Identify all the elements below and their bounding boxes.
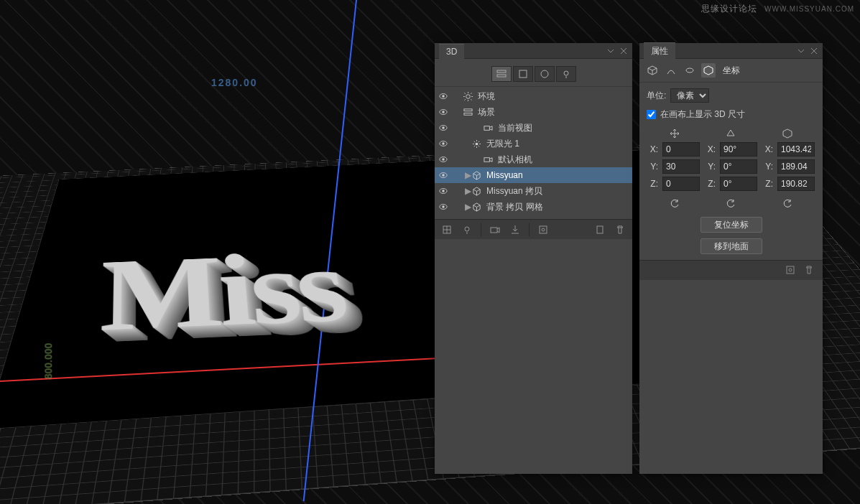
svg-point-3 (541, 70, 548, 78)
pos-x-label: X: (647, 144, 658, 154)
footer-trash-icon[interactable] (804, 265, 815, 276)
svg-point-4 (564, 71, 568, 75)
axis-y-label: 800.000 (42, 343, 54, 380)
scale-z-input[interactable] (777, 177, 815, 191)
pos-y-label: Y: (647, 162, 658, 172)
collapse-icon[interactable] (606, 47, 615, 55)
tree-row-label: 场景 (476, 106, 629, 118)
tab-deform-icon[interactable] (664, 63, 678, 78)
panel-3d: 3D 环境场景当前视图无限光 1默认相机▶Missyuan▶Missyuan 拷… (435, 43, 632, 474)
rotate-icon (723, 128, 738, 139)
watermark: 思缘设计论坛 WWW.MISSYUAN.COM (701, 3, 854, 15)
tree-row-3[interactable]: 无限光 1 (435, 136, 632, 151)
tab-coords-icon[interactable] (701, 63, 716, 78)
visibility-eye-icon[interactable] (438, 202, 449, 211)
pos-x-input[interactable] (662, 142, 700, 157)
panel-3d-title: 3D (439, 44, 464, 59)
close-icon[interactable] (810, 47, 818, 55)
expand-arrow-icon[interactable]: ▶ (452, 170, 468, 180)
panel-properties: 属性 坐标 单位: 像素 在画布上显示 3D 尺寸 X: X: X: (639, 43, 823, 474)
svg-point-22 (442, 174, 444, 176)
tree-row-label: 无限光 1 (485, 138, 629, 150)
rot-y-input[interactable] (720, 159, 757, 174)
reset-coords-button[interactable]: 复位坐标 (701, 217, 762, 233)
svg-point-19 (442, 158, 444, 160)
scale-x-input[interactable] (777, 142, 815, 157)
tree-row-0[interactable]: 环境 (435, 88, 632, 104)
expand-arrow-icon[interactable]: ▶ (452, 186, 468, 196)
panel-3d-titlebar[interactable]: 3D (435, 43, 632, 59)
panel-3d-footer (435, 219, 632, 239)
pos-z-input[interactable] (662, 177, 700, 191)
text3d-object[interactable]: Miss (98, 229, 351, 356)
footer-render-icon[interactable] (537, 223, 550, 236)
panel-properties-footer (639, 260, 823, 280)
properties-tabs: 坐标 (639, 59, 823, 83)
visibility-eye-icon[interactable] (438, 92, 449, 101)
tree-row-5[interactable]: ▶Missyuan (435, 167, 632, 183)
tree-row-4[interactable]: 默认相机 (435, 151, 632, 167)
reset-rot-icon[interactable] (722, 197, 739, 211)
svg-rect-32 (597, 226, 603, 233)
expand-arrow-icon[interactable]: ▶ (452, 202, 468, 212)
move-to-ground-button[interactable]: 移到地面 (701, 238, 762, 254)
footer-new-icon[interactable] (593, 223, 606, 236)
tree-row-6[interactable]: ▶Missyuan 拷贝 (435, 183, 632, 199)
tab-cap-icon[interactable] (683, 63, 697, 78)
visibility-eye-icon[interactable] (438, 171, 449, 179)
svg-rect-0 (497, 70, 506, 73)
visibility-eye-icon[interactable] (438, 187, 449, 195)
tree-row-label: 背景 拷贝 网格 (485, 201, 629, 213)
svg-point-26 (442, 205, 444, 207)
collapse-icon[interactable] (797, 47, 805, 55)
visibility-eye-icon[interactable] (438, 139, 449, 148)
footer-ground-icon[interactable] (509, 223, 522, 236)
footer-trash-icon[interactable] (614, 223, 626, 236)
visibility-eye-icon[interactable] (438, 155, 449, 164)
tree-row-label: Missyuan 拷贝 (485, 185, 629, 197)
watermark-sub: WWW.MISSYUAN.COM (764, 5, 854, 13)
svg-rect-10 (463, 108, 471, 111)
move-icon (667, 128, 682, 139)
panel-properties-titlebar[interactable]: 属性 (639, 43, 823, 59)
scale-z-label: Z: (762, 179, 773, 189)
rot-z-input[interactable] (720, 177, 757, 191)
svg-rect-14 (484, 126, 489, 130)
filter-material-icon[interactable] (535, 66, 555, 82)
footer-camera-icon[interactable] (489, 223, 501, 236)
close-icon[interactable] (619, 47, 628, 55)
show3d-checkbox[interactable] (647, 110, 656, 119)
svg-point-6 (442, 95, 444, 97)
tree-row-7[interactable]: ▶背景 拷贝 网格 (435, 199, 632, 215)
tree-row-2[interactable]: 当前视图 (435, 120, 632, 136)
filter-scene-icon[interactable] (491, 66, 512, 82)
tab-mesh-icon[interactable] (645, 63, 660, 78)
filter-light-icon[interactable] (556, 66, 576, 82)
footer-mesh-icon[interactable] (440, 223, 453, 236)
svg-rect-1 (497, 75, 506, 77)
svg-point-24 (442, 190, 444, 192)
footer-light-icon[interactable] (461, 223, 473, 236)
footer-render-icon[interactable] (785, 265, 797, 276)
svg-point-7 (466, 94, 470, 98)
scale-x-label: X: (762, 144, 773, 154)
coord-grid: X: X: X: Y: Y: Y: Z: Z: Z: (647, 142, 815, 191)
svg-rect-30 (540, 226, 547, 233)
rot-x-input[interactable] (720, 142, 757, 157)
pos-y-input[interactable] (662, 159, 700, 174)
svg-rect-34 (787, 266, 794, 274)
visibility-eye-icon[interactable] (438, 108, 449, 116)
svg-rect-11 (463, 113, 471, 115)
filter-mesh-icon[interactable] (513, 66, 533, 82)
svg-rect-2 (519, 70, 527, 78)
reset-pos-icon[interactable] (666, 197, 683, 211)
filter-row (435, 62, 632, 87)
reset-scale-icon[interactable] (779, 197, 796, 211)
tree-row-1[interactable]: 场景 (435, 104, 632, 120)
scale-y-input[interactable] (777, 159, 815, 174)
unit-select[interactable]: 像素 (670, 88, 709, 103)
visibility-eye-icon[interactable] (438, 123, 449, 132)
panel-properties-title: 属性 (644, 42, 675, 60)
svg-point-9 (442, 111, 444, 113)
scale-icon (780, 128, 795, 139)
